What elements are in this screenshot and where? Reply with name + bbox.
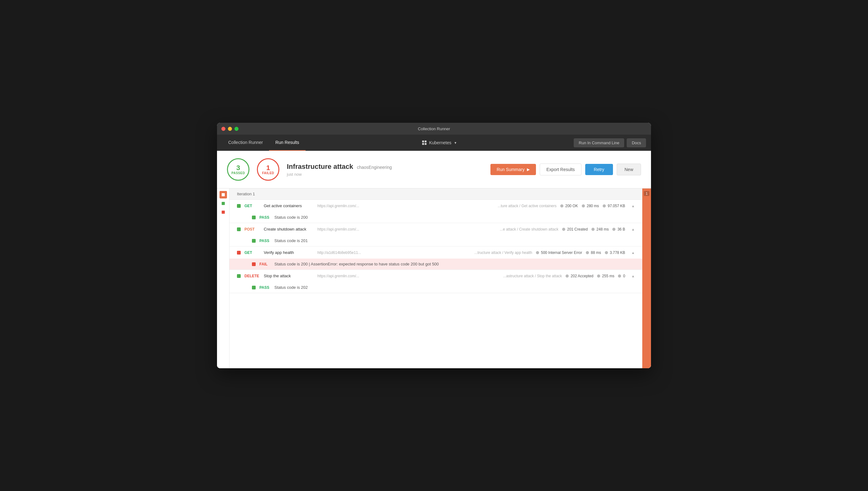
- passed-count: 3: [236, 165, 240, 171]
- response-status-4: 202 Accepted: [566, 274, 593, 278]
- req-url-4: https://api.gremlin.com/...: [317, 274, 499, 278]
- response-time-4: 255 ms: [597, 274, 614, 278]
- run-actions: Run Summary ▶ Export Results Retry New: [490, 164, 641, 175]
- minimize-button[interactable]: [228, 127, 232, 131]
- response-size-4: 0: [618, 274, 625, 278]
- req-meta-1: 200 OK 280 ms 97.057 KB ▲: [560, 204, 635, 208]
- expand-icon-1[interactable]: ▲: [631, 204, 635, 208]
- close-button[interactable]: [221, 127, 225, 131]
- req-name-2: Create shutdown attack: [264, 227, 314, 231]
- test-message-3: Status code is 200 | AssertionError: exp…: [274, 262, 439, 266]
- arrow-icon: ▶: [527, 167, 530, 172]
- req-url-1: https://api.gremlin.com/...: [317, 204, 494, 208]
- traffic-lights: [221, 127, 239, 131]
- sidebar-icon-1[interactable]: [219, 200, 227, 207]
- results-main: Iteration 1 GET Get active containers ht…: [229, 189, 642, 368]
- req-path-4: ...astructure attack / Stop the attack: [503, 274, 562, 278]
- new-button[interactable]: New: [617, 164, 641, 175]
- left-sidebar: [217, 189, 229, 368]
- req-url-3: http://a1d614b8eb95e11...: [317, 251, 471, 255]
- response-size-1: 97.057 KB: [603, 204, 625, 208]
- title-bar: Collection Runner: [217, 123, 651, 135]
- req-name-4: Stop the attack: [264, 273, 314, 278]
- meta-dot-1: [560, 204, 563, 207]
- status-dot-1: [237, 204, 241, 208]
- request-row-3[interactable]: GET Verify app health http://a1d614b8eb9…: [229, 247, 642, 259]
- run-time: just now: [287, 172, 483, 177]
- test-dot-3: [252, 262, 256, 266]
- icon-square-green: [222, 202, 225, 205]
- status-dot-4: [237, 274, 241, 278]
- test-label-4: PASS: [260, 285, 271, 290]
- run-title: Infrastructure attack: [287, 163, 353, 171]
- run-in-command-line-button[interactable]: Run In Command Line: [574, 138, 624, 147]
- meta-dot-size-4: [618, 275, 621, 278]
- test-row-2: PASS Status code is 201: [229, 235, 642, 246]
- request-row-4[interactable]: DELETE Stop the attack https://api.greml…: [229, 270, 642, 282]
- response-time-3: 88 ms: [586, 251, 601, 255]
- run-summary-button[interactable]: Run Summary ▶: [490, 164, 536, 175]
- failed-circle: 1 FAILED: [257, 158, 279, 181]
- test-label-2: PASS: [260, 239, 271, 243]
- status-dot-2: [237, 227, 241, 231]
- kubernetes-selector[interactable]: Kubernetes ▼: [418, 138, 461, 147]
- req-name-1: Get active containers: [264, 203, 314, 208]
- maximize-button[interactable]: [235, 127, 239, 131]
- response-status-2: 201 Created: [562, 227, 588, 231]
- request-row-1[interactable]: GET Get active containers https://api.gr…: [229, 200, 642, 212]
- req-path-2: ...e attack / Create shutdown attack: [500, 227, 559, 231]
- meta-dot-4: [566, 275, 569, 278]
- response-status-1: 200 OK: [560, 204, 578, 208]
- meta-dot-3: [536, 251, 539, 254]
- method-badge-4: DELETE: [244, 274, 260, 278]
- req-path-3: ...tructure attack / Verify app health: [474, 251, 532, 255]
- sidebar-icon-2[interactable]: [219, 208, 227, 216]
- run-header: 3 PASSED 1 FAILED Infrastructure attack …: [217, 151, 651, 189]
- passed-label: PASSED: [231, 171, 245, 175]
- failed-label: FAILED: [262, 171, 274, 175]
- meta-dot-2: [562, 228, 565, 231]
- req-meta-3: 500 Internal Server Error 88 ms 3.778 KB…: [536, 251, 635, 255]
- expand-icon-2[interactable]: ▲: [631, 227, 635, 231]
- request-group-3: GET Verify app health http://a1d614b8eb9…: [229, 247, 642, 270]
- nav-bar: Collection Runner Run Results Kubernetes…: [217, 135, 651, 151]
- expand-icon-4[interactable]: ▲: [631, 274, 635, 278]
- nav-right: Run In Command Line Docs: [574, 138, 646, 147]
- expand-icon-3[interactable]: ▲: [631, 251, 635, 255]
- req-path-1: ...ture attack / Get active containers: [497, 204, 557, 208]
- response-status-3: 500 Internal Server Error: [536, 251, 582, 255]
- req-url-2: https://api.gremlin.com/...: [317, 227, 496, 231]
- meta-dot-time-1: [582, 204, 585, 207]
- meta-dot-size-1: [603, 204, 606, 207]
- response-size-3: 3.778 KB: [605, 251, 625, 255]
- req-meta-2: 201 Created 248 ms 36 B ▲: [562, 227, 635, 231]
- method-badge-2: POST: [244, 227, 260, 231]
- test-dot-1: [252, 215, 256, 219]
- chevron-down-icon: ▼: [454, 141, 457, 145]
- tab-collection-runner[interactable]: Collection Runner: [222, 135, 269, 151]
- test-dot-2: [252, 239, 256, 243]
- retry-button[interactable]: Retry: [585, 164, 613, 175]
- failed-count: 1: [266, 165, 270, 171]
- test-message-1: Status code is 200: [274, 215, 308, 220]
- export-results-button[interactable]: Export Results: [540, 164, 581, 175]
- results-area: Iteration 1 GET Get active containers ht…: [217, 189, 651, 368]
- test-message-4: Status code is 202: [274, 285, 308, 290]
- method-badge-3: GET: [244, 251, 260, 255]
- window-title: Collection Runner: [418, 126, 450, 131]
- docs-button[interactable]: Docs: [627, 138, 646, 147]
- sidebar-icon-active[interactable]: [219, 191, 227, 198]
- request-row-2[interactable]: POST Create shutdown attack https://api.…: [229, 223, 642, 235]
- test-label-3: FAIL: [260, 262, 271, 266]
- test-message-2: Status code is 201: [274, 238, 308, 243]
- run-info: Infrastructure attack chaosEngineering j…: [287, 163, 483, 177]
- run-collection: chaosEngineering: [357, 165, 392, 170]
- passed-circle: 3 PASSED: [227, 158, 249, 181]
- meta-dot-time-3: [586, 251, 589, 254]
- meta-dot-size-2: [612, 228, 616, 231]
- status-dot-3: [237, 251, 241, 255]
- main-content: 3 PASSED 1 FAILED Infrastructure attack …: [217, 151, 651, 368]
- response-size-2: 36 B: [612, 227, 625, 231]
- tab-run-results[interactable]: Run Results: [269, 135, 305, 151]
- meta-dot-time-2: [592, 228, 595, 231]
